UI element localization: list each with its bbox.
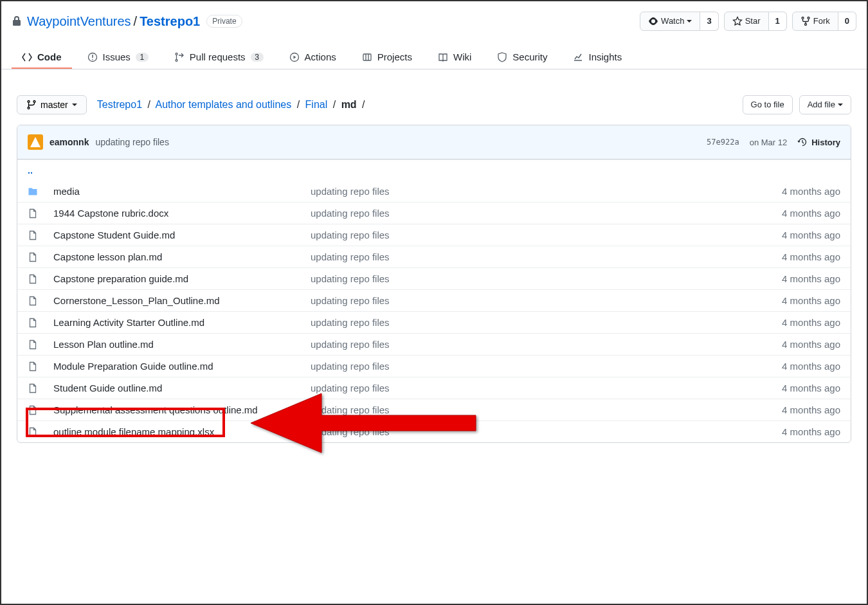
tab-icon: [289, 52, 300, 62]
goto-file-button[interactable]: Go to file: [743, 95, 793, 114]
file-name-link[interactable]: Learning Activity Starter Outline.md: [53, 317, 311, 328]
file-icon: [28, 296, 53, 306]
fork-button[interactable]: Fork: [792, 12, 838, 31]
file-name-link[interactable]: Student Guide outline.md: [53, 383, 311, 393]
file-time: 4 months ago: [737, 186, 840, 197]
tab-projects[interactable]: Projects: [352, 46, 422, 69]
file-commit-msg[interactable]: updating repo files: [311, 339, 737, 350]
svg-rect-3: [363, 54, 371, 60]
file-row: Capstone lesson plan.md updating repo fi…: [17, 246, 851, 267]
file-row: Learning Activity Starter Outline.md upd…: [17, 311, 851, 333]
file-icon: [28, 427, 53, 437]
file-time: 4 months ago: [737, 208, 840, 219]
file-row: Cornerstone_Lesson_Plan_Outline.md updat…: [17, 289, 851, 311]
file-time: 4 months ago: [737, 383, 840, 393]
file-row: Lesson Plan outline.md updating repo fil…: [17, 333, 851, 355]
branch-select[interactable]: master: [17, 95, 87, 114]
tab-security[interactable]: Security: [487, 46, 557, 69]
commit-hash[interactable]: 57e922a: [707, 138, 739, 147]
file-name-link[interactable]: outline module filename mapping.xlsx: [53, 426, 311, 437]
repo-title: WaypointVentures / Testrepo1 Private: [12, 14, 242, 29]
file-row: Capstone preparation guide.md updating r…: [17, 267, 851, 289]
file-commit-msg[interactable]: updating repo files: [311, 230, 737, 240]
tab-issues[interactable]: Issues1: [77, 46, 159, 69]
file-time: 4 months ago: [737, 251, 840, 262]
file-commit-msg[interactable]: updating repo files: [311, 426, 737, 437]
breadcrumb-part[interactable]: Final: [305, 99, 328, 110]
file-commit-msg[interactable]: updating repo files: [311, 186, 737, 197]
file-icon: [28, 339, 53, 350]
add-file-button[interactable]: Add file: [799, 95, 851, 114]
file-time: 4 months ago: [737, 361, 840, 372]
file-row: Capstone Student Guide.md updating repo …: [17, 224, 851, 246]
commit-author[interactable]: eamonnk: [50, 137, 89, 147]
history-link[interactable]: History: [797, 137, 840, 147]
repo-name-link[interactable]: Testrepo1: [140, 14, 200, 29]
file-name-link[interactable]: Cornerstone_Lesson_Plan_Outline.md: [53, 295, 311, 306]
tab-icon: [573, 52, 583, 62]
commit-date: on Mar 12: [750, 138, 788, 147]
tab-code[interactable]: Code: [12, 46, 72, 69]
tab-actions[interactable]: Actions: [279, 46, 347, 69]
tab-icon: [438, 52, 448, 62]
file-commit-msg[interactable]: updating repo files: [311, 208, 737, 219]
tab-wiki[interactable]: Wiki: [428, 46, 482, 69]
repo-tabs: CodeIssues1Pull requests3ActionsProjects…: [1, 46, 867, 69]
watch-button[interactable]: Watch: [640, 12, 700, 31]
tab-icon: [87, 52, 98, 62]
file-icon: [28, 361, 53, 372]
file-row: Student Guide outline.md updating repo f…: [17, 377, 851, 399]
file-commit-msg[interactable]: updating repo files: [311, 361, 737, 372]
file-time: 4 months ago: [737, 317, 840, 328]
tab-icon: [174, 52, 185, 62]
file-name-link[interactable]: Capstone Student Guide.md: [53, 230, 311, 240]
tab-insights[interactable]: Insights: [563, 46, 632, 69]
tab-icon: [362, 52, 372, 62]
file-name-link[interactable]: media: [53, 186, 311, 197]
file-time: 4 months ago: [737, 404, 840, 415]
file-commit-msg[interactable]: updating repo files: [311, 383, 737, 393]
star-button[interactable]: Star: [724, 12, 769, 31]
tab-pull-requests[interactable]: Pull requests3: [164, 46, 274, 69]
file-time: 4 months ago: [737, 426, 840, 437]
branch-icon: [26, 100, 37, 110]
parent-dir-link[interactable]: ..: [17, 159, 851, 181]
svg-point-1: [92, 59, 93, 60]
folder-icon: [28, 186, 53, 197]
file-row: 1944 Capstone rubric.docx updating repo …: [17, 202, 851, 224]
file-name-link[interactable]: 1944 Capstone rubric.docx: [53, 208, 311, 219]
breadcrumb: Testrepo1 / Author templates and outline…: [97, 99, 368, 111]
file-row: Supplemental assessment questions outlin…: [17, 399, 851, 420]
star-count[interactable]: 1: [769, 12, 787, 31]
eye-icon: [648, 16, 658, 26]
file-commit-msg[interactable]: updating repo files: [311, 295, 737, 306]
breadcrumb-root[interactable]: Testrepo1: [97, 99, 142, 110]
tab-icon: [497, 52, 507, 62]
file-time: 4 months ago: [737, 295, 840, 306]
file-time: 4 months ago: [737, 339, 840, 350]
file-listing: eamonnk updating repo files 57e922a on M…: [17, 125, 851, 443]
file-commit-msg[interactable]: updating repo files: [311, 404, 737, 415]
file-icon: [28, 274, 53, 284]
file-name-link[interactable]: Lesson Plan outline.md: [53, 339, 311, 350]
fork-count[interactable]: 0: [838, 12, 856, 31]
breadcrumb-part[interactable]: Author templates and outlines: [156, 99, 292, 110]
breadcrumb-current: md: [341, 99, 357, 110]
file-icon: [28, 405, 53, 415]
repo-owner-link[interactable]: WaypointVentures: [27, 14, 131, 29]
file-icon: [28, 383, 53, 393]
file-name-link[interactable]: Module Preparation Guide outline.md: [53, 361, 311, 372]
file-name-link[interactable]: Supplemental assessment questions outlin…: [53, 404, 311, 415]
file-name-link[interactable]: Capstone lesson plan.md: [53, 251, 311, 262]
visibility-badge: Private: [206, 15, 242, 28]
avatar[interactable]: [28, 134, 43, 150]
star-icon: [732, 16, 743, 26]
file-icon: [28, 208, 53, 219]
file-commit-msg[interactable]: updating repo files: [311, 317, 737, 328]
file-name-link[interactable]: Capstone preparation guide.md: [53, 273, 311, 284]
file-commit-msg[interactable]: updating repo files: [311, 273, 737, 284]
file-commit-msg[interactable]: updating repo files: [311, 251, 737, 262]
commit-message[interactable]: updating repo files: [95, 137, 168, 147]
watch-count[interactable]: 3: [700, 12, 718, 31]
file-row: outline module filename mapping.xlsx upd…: [17, 420, 851, 442]
